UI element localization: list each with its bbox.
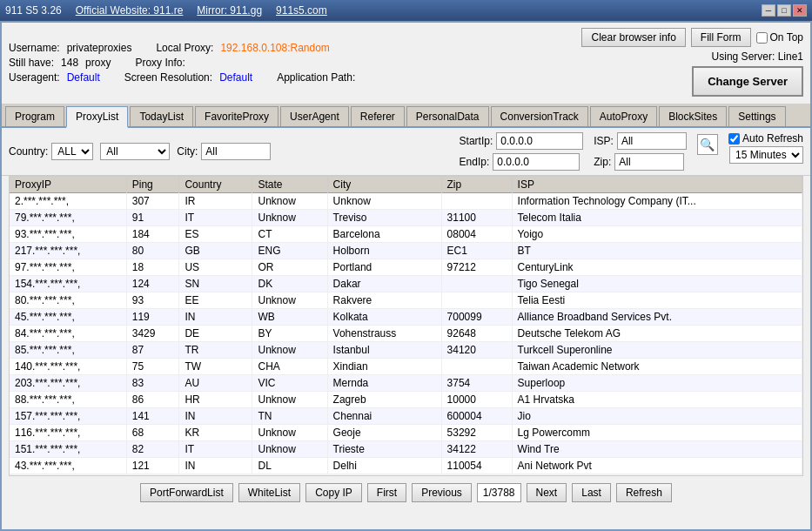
table-row[interactable]: 80.***.***.***, 93EEUnknowRakvereTelia E… bbox=[10, 292, 802, 309]
filter-area: Country: ALL All City: StartIp: EndIp: bbox=[2, 128, 810, 176]
first-button[interactable]: First bbox=[367, 483, 406, 502]
isp-input[interactable] bbox=[617, 132, 687, 150]
end-ip-input[interactable] bbox=[493, 153, 580, 171]
cell-zip: 97212 bbox=[441, 259, 512, 276]
on-top-label: On Top bbox=[770, 31, 803, 44]
cell-city: Barcelona bbox=[327, 226, 441, 243]
tab-proxylist[interactable]: ProxyList bbox=[66, 106, 128, 128]
table-row[interactable]: 79.***.***.***, 91ITUnknowTreviso31100Te… bbox=[10, 210, 802, 226]
tab-conversiontrack[interactable]: ConversionTrack bbox=[491, 106, 588, 126]
col-header-city[interactable]: City bbox=[327, 177, 441, 193]
table-row[interactable]: 88.***.***.***, 86HRUnknowZagreb10000A1 … bbox=[10, 392, 802, 408]
change-server-button[interactable]: Change Server bbox=[692, 66, 803, 97]
cell-country: GB bbox=[179, 243, 252, 259]
cell-country: TR bbox=[179, 342, 252, 359]
country-label: Country: bbox=[9, 145, 48, 158]
table-row[interactable]: 43.***.***.***, 121INDLDelhi110054Ani Ne… bbox=[10, 458, 802, 474]
cell-zip: 110054 bbox=[441, 458, 512, 474]
table-row[interactable]: 140.***.***.***, 75TWCHAXindianTaiwan Ac… bbox=[10, 359, 802, 375]
mirror-link[interactable]: Mirror: 911.gg bbox=[197, 4, 262, 17]
zip-input[interactable] bbox=[614, 153, 684, 171]
table-row[interactable]: 217.***.***.***, 80GBENGHolbornEC1BT bbox=[10, 243, 802, 259]
cell-ping: 141 bbox=[126, 408, 179, 425]
cell-city: Geoje bbox=[327, 425, 441, 441]
fill-form-button[interactable]: Fill Form bbox=[691, 28, 751, 47]
tab-autoproxy[interactable]: AutoProxy bbox=[590, 106, 657, 126]
table-row[interactable]: 2.***.***.***, 307IRUnknowUnknowInformat… bbox=[10, 193, 802, 210]
close-button[interactable]: ✕ bbox=[793, 4, 807, 17]
screen-res-value[interactable]: Default bbox=[219, 71, 252, 84]
city-input[interactable] bbox=[201, 143, 271, 160]
official-website[interactable]: Official Website: 911.re bbox=[76, 4, 184, 17]
refresh-interval-select[interactable]: 15 Minutes 30 Minutes 60 Minutes bbox=[729, 146, 803, 164]
previous-button[interactable]: Previous bbox=[412, 483, 472, 502]
table-row[interactable]: 45.***.***.***, 119INWBKolkata700099Alli… bbox=[10, 309, 802, 326]
white-list-button[interactable]: WhiteList bbox=[238, 483, 300, 502]
cell-city: Zagreb bbox=[327, 392, 441, 408]
tab-blocksites[interactable]: BlockSites bbox=[659, 106, 727, 126]
table-row[interactable]: 85.***.***.***, 87TRUnknowIstanbul34120T… bbox=[10, 342, 802, 359]
maximize-button[interactable]: □ bbox=[777, 4, 791, 17]
cell-isp: Jio bbox=[512, 408, 802, 425]
proxy-table-container[interactable]: ProxyIPPingCountryStateCityZipISP 2.***.… bbox=[9, 176, 803, 476]
cell-state: Unknow bbox=[252, 292, 327, 309]
cell-proxyip: 217.***.***.***, bbox=[10, 243, 126, 259]
tab-personaldata[interactable]: PersonalData bbox=[406, 106, 489, 126]
cell-proxyip: 85.***.***.***, bbox=[10, 342, 126, 359]
state-select[interactable]: All bbox=[100, 143, 170, 160]
cell-state: Unknow bbox=[252, 425, 327, 441]
cell-state: ENG bbox=[252, 243, 327, 259]
table-row[interactable]: 84.***.***.***, 3429DEBYVohenstrauss9264… bbox=[10, 326, 802, 342]
table-row[interactable]: 97.***.***.***, 18USORPortland97212Centu… bbox=[10, 259, 802, 276]
col-header-proxyip[interactable]: ProxyIP bbox=[10, 177, 126, 193]
tab-program[interactable]: Program bbox=[5, 106, 64, 126]
col-header-country[interactable]: Country bbox=[179, 177, 252, 193]
cell-isp: Superloop bbox=[512, 375, 802, 392]
col-header-zip[interactable]: Zip bbox=[441, 177, 512, 193]
tab-todaylist[interactable]: TodayList bbox=[130, 106, 193, 126]
table-row[interactable]: 116.***.***.***, 68KRUnknowGeoje53292Lg … bbox=[10, 425, 802, 441]
header-info-row-1: Username: privateproxies Local Proxy: 19… bbox=[9, 42, 355, 54]
cell-zip: 10000 bbox=[441, 392, 512, 408]
auto-refresh-label[interactable]: Auto Refresh bbox=[728, 132, 803, 145]
search-button[interactable]: 🔍 bbox=[697, 134, 718, 155]
start-ip-label: StartIp: bbox=[460, 135, 493, 147]
cell-city: Chennai bbox=[327, 408, 441, 425]
table-row[interactable]: 154.***.***.***, 124SNDKDakarTigo Senega… bbox=[10, 276, 802, 292]
table-row[interactable]: 151.***.***.***, 82ITUnknowTrieste34122W… bbox=[10, 441, 802, 458]
start-ip-input[interactable] bbox=[496, 132, 583, 150]
next-button[interactable]: Next bbox=[527, 483, 567, 502]
cell-city: Istanbul bbox=[327, 342, 441, 359]
cell-city: Rakvere bbox=[327, 292, 441, 309]
cell-isp: CenturyLink bbox=[512, 259, 802, 276]
cell-isp: Deutsche Telekom AG bbox=[512, 326, 802, 342]
cell-ping: 184 bbox=[126, 226, 179, 243]
clear-browser-button[interactable]: Clear browser info bbox=[581, 28, 685, 47]
refresh-section: Auto Refresh 15 Minutes 30 Minutes 60 Mi… bbox=[728, 132, 803, 164]
proxy-table: ProxyIPPingCountryStateCityZipISP 2.***.… bbox=[10, 177, 802, 476]
country-select[interactable]: ALL bbox=[51, 143, 93, 160]
tab-favoriteproxy[interactable]: FavoriteProxy bbox=[195, 106, 278, 126]
col-header-ping[interactable]: Ping bbox=[126, 177, 179, 193]
port-forward-list-button[interactable]: PortForwardList bbox=[140, 483, 233, 502]
col-header-isp[interactable]: ISP bbox=[512, 177, 802, 193]
on-top-checkbox-label[interactable]: On Top bbox=[756, 31, 803, 44]
table-row[interactable]: 157.***.***.***, 141INTNChennai600004Jio bbox=[10, 408, 802, 425]
table-row[interactable]: 203.***.***.***, 83AUVICMernda3754Superl… bbox=[10, 375, 802, 392]
title-bar: 911 S5 3.26 Official Website: 911.re Mir… bbox=[0, 0, 812, 21]
auto-refresh-checkbox[interactable] bbox=[728, 133, 740, 145]
tab-referer[interactable]: Referer bbox=[351, 106, 405, 126]
copy-ip-button[interactable]: Copy IP bbox=[305, 483, 362, 502]
alt-site[interactable]: 911s5.com bbox=[276, 4, 327, 17]
col-header-state[interactable]: State bbox=[252, 177, 327, 193]
last-button[interactable]: Last bbox=[572, 483, 611, 502]
tab-settings[interactable]: Settings bbox=[728, 106, 785, 126]
refresh-button[interactable]: Refresh bbox=[616, 483, 672, 502]
useragent-value[interactable]: Default bbox=[67, 71, 100, 84]
minimize-button[interactable]: ─ bbox=[762, 4, 775, 17]
tab-useragent[interactable]: UserAgent bbox=[280, 106, 349, 126]
table-row[interactable]: 93.***.***.***, 184ESCTBarcelona08004Yoi… bbox=[10, 226, 802, 243]
on-top-checkbox[interactable] bbox=[756, 32, 768, 44]
cell-proxyip: 157.***.***.***, bbox=[10, 408, 126, 425]
main-window: Username: privateproxies Local Proxy: 19… bbox=[0, 21, 812, 531]
